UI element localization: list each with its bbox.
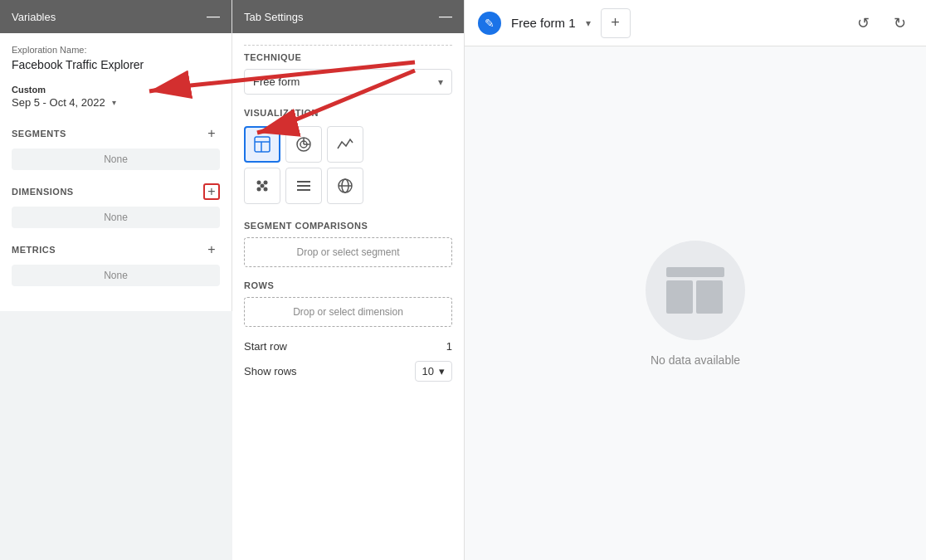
- variables-title: Variables: [12, 11, 56, 23]
- svg-point-9: [257, 181, 261, 185]
- show-rows-label: Show rows: [244, 365, 297, 377]
- viz-table-button[interactable]: [244, 126, 280, 163]
- svg-point-11: [264, 187, 268, 192]
- no-data-text: No data available: [651, 353, 740, 367]
- date-range-value[interactable]: Sep 5 - Oct 4, 2022 ▾: [12, 96, 220, 109]
- variables-panel: Variables — Exploration Name: Facebook T…: [0, 0, 232, 311]
- redo-button[interactable]: ↻: [886, 10, 913, 37]
- date-range-custom-label: Custom: [12, 85, 220, 95]
- segments-title: SEGMENTS: [12, 129, 66, 139]
- tab-edit-icon: ✎: [485, 17, 495, 30]
- add-segment-button[interactable]: +: [203, 125, 220, 142]
- svg-rect-1: [255, 137, 270, 152]
- canvas-content: No data available: [465, 46, 926, 560]
- metrics-none: None: [12, 265, 220, 286]
- metrics-title: METRICS: [12, 245, 56, 255]
- redo-icon: ↻: [894, 14, 906, 32]
- no-data-icon: [646, 241, 745, 340]
- technique-value: Free form: [253, 75, 300, 88]
- visualization-grid: [244, 126, 452, 204]
- show-rows-dropdown[interactable]: 10 ▾: [415, 361, 452, 382]
- date-range-chevron-icon: ▾: [112, 98, 116, 107]
- tab-name: Free form 1: [511, 16, 576, 30]
- add-tab-button[interactable]: +: [601, 8, 631, 38]
- dimensions-title: DIMENSIONS: [12, 187, 74, 197]
- table-icon-col-left: [666, 280, 693, 314]
- rows-label: ROWS: [244, 280, 452, 290]
- variables-body: Exploration Name: Facebook Traffic Explo…: [0, 33, 232, 311]
- variables-header: Variables —: [0, 0, 232, 33]
- tab-settings-body: TECHNIQUE Free form ▾ VISUALIZATION: [232, 33, 464, 560]
- table-icon-top-bar: [666, 267, 724, 277]
- metrics-section: METRICS + None: [12, 241, 220, 286]
- svg-point-8: [257, 187, 261, 192]
- start-row-label: Start row: [244, 340, 287, 353]
- table-icon-columns: [666, 280, 724, 314]
- visualization-label: VISUALIZATION: [244, 108, 452, 118]
- dimension-drop-zone[interactable]: Drop or select dimension: [244, 297, 452, 327]
- technique-dropdown-arrow-icon: ▾: [438, 76, 443, 88]
- dimensions-section: DIMENSIONS + None: [12, 183, 220, 228]
- add-dimension-button[interactable]: +: [203, 183, 220, 200]
- show-rows-row: Show rows 10 ▾: [244, 361, 452, 382]
- undo-button[interactable]: ↺: [850, 10, 876, 37]
- show-rows-arrow-icon: ▾: [439, 365, 445, 377]
- viz-scatter-button[interactable]: [244, 168, 280, 204]
- segment-drop-zone[interactable]: Drop or select segment: [244, 237, 452, 267]
- exploration-name-value: Facebook Traffic Explorer: [12, 58, 220, 71]
- segments-section: SEGMENTS + None: [12, 125, 220, 170]
- show-rows-value: 10: [422, 365, 434, 377]
- segments-header: SEGMENTS +: [12, 125, 220, 142]
- add-tab-icon: +: [611, 14, 620, 32]
- svg-point-12: [261, 184, 265, 188]
- segment-comparisons-label: SEGMENT COMPARISONS: [244, 221, 452, 231]
- tab-settings-header: Tab Settings —: [232, 0, 464, 33]
- viz-pie-button[interactable]: [285, 126, 322, 163]
- no-data-table-graphic: [666, 267, 724, 314]
- date-range-section: Custom Sep 5 - Oct 4, 2022 ▾: [12, 85, 220, 109]
- table-icon-col-right: [696, 280, 723, 314]
- exploration-name-label: Exploration Name:: [12, 45, 220, 55]
- tab-settings-minimize[interactable]: —: [439, 10, 452, 23]
- tab-dropdown-arrow-icon[interactable]: ▾: [586, 17, 591, 29]
- segments-none: None: [12, 149, 220, 170]
- technique-dropdown[interactable]: Free form ▾: [244, 69, 452, 95]
- tab-settings-title: Tab Settings: [244, 11, 304, 23]
- undo-icon: ↺: [857, 14, 870, 32]
- viz-bar-button[interactable]: [285, 168, 322, 204]
- start-row-value: 1: [446, 340, 452, 353]
- dimensions-header: DIMENSIONS +: [12, 183, 220, 200]
- add-metric-button[interactable]: +: [203, 241, 220, 258]
- canvas-header: ✎ Free form 1 ▾ + ↺ ↻: [465, 0, 926, 46]
- viz-geo-button[interactable]: [327, 168, 363, 204]
- metrics-header: METRICS +: [12, 241, 220, 258]
- tab-settings-panel: Tab Settings — TECHNIQUE Free form ▾ VIS…: [232, 0, 465, 560]
- start-row-row: Start row 1: [244, 340, 452, 353]
- dimensions-none: None: [12, 207, 220, 228]
- canvas-panel: ✎ Free form 1 ▾ + ↺ ↻ No data available: [465, 0, 926, 560]
- variables-minimize[interactable]: —: [207, 10, 220, 23]
- technique-label: TECHNIQUE: [244, 45, 452, 62]
- viz-line-button[interactable]: [327, 126, 363, 163]
- tab-icon: ✎: [478, 12, 501, 35]
- svg-point-10: [264, 181, 268, 185]
